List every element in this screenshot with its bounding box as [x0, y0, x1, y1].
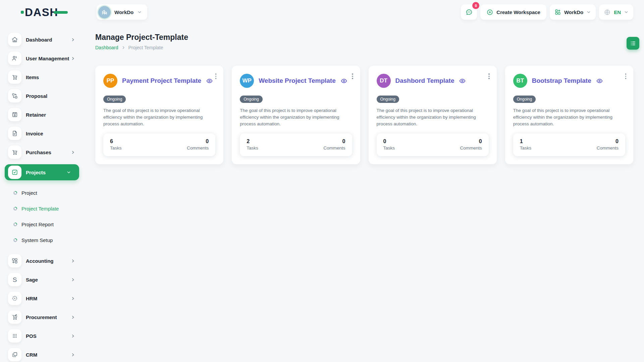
- main-content: Manage Project-Template Dashboard Projec…: [84, 24, 644, 362]
- sidebar-item-label: HRM: [26, 296, 37, 301]
- workspace-avatar: [98, 6, 111, 18]
- sage-icon: S: [13, 277, 17, 283]
- sidebar-item-sage[interactable]: S Sage: [8, 273, 80, 286]
- brand-logo[interactable]: DASH: [0, 7, 84, 18]
- chevron-right-icon: [71, 150, 75, 155]
- eye-icon[interactable]: [459, 77, 466, 84]
- card-header: BT Bootstrap Template: [513, 74, 625, 88]
- sidebar-item-hrm[interactable]: HRM: [8, 292, 80, 305]
- cart-icon: [11, 74, 18, 80]
- chevron-right-icon: [71, 315, 75, 319]
- project-template-card: BT Bootstrap Template Ongoing The goal o…: [505, 66, 633, 164]
- workspace-name: WorkDo: [114, 9, 133, 15]
- comments-stat: 0 Comments: [187, 138, 209, 150]
- building-icon: [101, 9, 108, 16]
- create-workspace-button[interactable]: Create Workspace: [480, 4, 546, 20]
- sidebar-item-label: Retainer: [26, 112, 46, 118]
- tasks-count: 1: [520, 138, 532, 144]
- sidebar-item-retainer[interactable]: Retainer: [8, 108, 80, 121]
- card-header: DT Dashbord Template: [377, 74, 489, 88]
- card-menu-button[interactable]: [351, 72, 354, 80]
- submenu-item-project[interactable]: Project: [13, 188, 80, 198]
- breadcrumb-dashboard-link[interactable]: Dashboard: [95, 45, 118, 50]
- card-description: The goal of this project is to improve o…: [240, 107, 352, 127]
- eye-icon[interactable]: [206, 77, 213, 84]
- sidebar-item-invoice[interactable]: Invoice: [8, 127, 80, 140]
- eye-icon[interactable]: [340, 77, 347, 84]
- card-stats: 1 Tasks 0 Comments: [513, 133, 625, 156]
- comments-count: 0: [187, 138, 209, 144]
- sidebar-item-label: Projects: [26, 170, 46, 175]
- sidebar-item-projects[interactable]: Projects: [5, 164, 79, 180]
- tasks-count: 0: [383, 138, 395, 144]
- sidebar-item-label: User Management: [26, 56, 69, 61]
- messages-button[interactable]: 0: [461, 4, 477, 20]
- submenu-item-label: System Setup: [21, 237, 53, 243]
- dash-logo: DASH: [21, 7, 68, 18]
- tasks-label: Tasks: [247, 145, 258, 150]
- breadcrumb: Dashboard Project Template: [95, 45, 633, 50]
- company-name: WorkDo: [564, 9, 583, 15]
- sidebar-item-purchases[interactable]: Purchases: [8, 145, 80, 159]
- avatar: WP: [240, 74, 254, 88]
- chevron-right-icon: [71, 38, 75, 42]
- card-menu-button[interactable]: [487, 72, 491, 80]
- procurement-icon: [11, 314, 18, 320]
- topbar: DASH WorkDo 0 Create Workspace: [0, 0, 644, 24]
- card-title-link[interactable]: Website Project Template: [259, 77, 335, 84]
- project-template-card: DT Dashbord Template Ongoing The goal of…: [369, 66, 497, 164]
- sidebar-item-procurement[interactable]: Procurement: [8, 310, 80, 324]
- card-stats: 2 Tasks 0 Comments: [240, 133, 352, 156]
- project-template-card: PP Payment Project Template Ongoing The …: [95, 66, 223, 164]
- create-workspace-label: Create Workspace: [496, 9, 540, 15]
- sidebar-item-proposal[interactable]: Proposal: [8, 89, 80, 103]
- eye-icon[interactable]: [596, 77, 603, 84]
- sidebar-item-pos[interactable]: POS: [8, 329, 80, 343]
- status-badge: Ongoing: [240, 96, 262, 103]
- chevron-down-icon: [66, 170, 71, 175]
- sidebar-item-accounting[interactable]: Accounting: [8, 254, 80, 267]
- tasks-stat: 2 Tasks: [247, 138, 258, 150]
- breadcrumb-current: Project Template: [128, 45, 163, 50]
- logo-dash: [54, 11, 68, 14]
- purchases-icon: [11, 149, 18, 156]
- logo-text: DASH: [25, 7, 58, 18]
- sidebar-item-user-management[interactable]: User Management: [8, 52, 80, 65]
- list-view-toggle-button[interactable]: [627, 37, 639, 50]
- tasks-count: 2: [247, 138, 258, 144]
- submenu-item-project-template[interactable]: Project Template: [13, 203, 80, 214]
- plus-circle-icon: [486, 9, 493, 16]
- language-selector[interactable]: EN: [599, 4, 633, 20]
- card-menu-button[interactable]: [624, 72, 628, 80]
- sidebar-item-label: Proposal: [26, 93, 47, 99]
- chat-bubble-icon: [465, 8, 473, 16]
- submenu-item-system-setup[interactable]: System Setup: [13, 235, 80, 245]
- chevron-right-icon: [71, 296, 75, 301]
- bullet-icon: [13, 191, 17, 195]
- avatar: PP: [103, 74, 117, 88]
- card-title-link[interactable]: Bootstrap Template: [532, 77, 591, 84]
- workspace-switcher[interactable]: WorkDo: [97, 4, 147, 20]
- card-header: PP Payment Project Template: [103, 74, 215, 88]
- card-title-link[interactable]: Payment Project Template: [122, 77, 201, 84]
- card-title-link[interactable]: Dashbord Template: [395, 77, 454, 84]
- company-menu-button[interactable]: WorkDo: [550, 4, 596, 20]
- topbar-actions: 0 Create Workspace WorkDo EN: [461, 4, 644, 20]
- bullet-icon: [13, 223, 17, 226]
- tasks-count: 6: [110, 138, 122, 144]
- submenu-item-project-report[interactable]: Project Report: [13, 219, 80, 229]
- tasks-stat: 6 Tasks: [110, 138, 122, 150]
- language-code: EN: [614, 9, 621, 15]
- sidebar-item-label: Accounting: [26, 258, 54, 264]
- submenu-item-label: Project Template: [21, 206, 59, 212]
- card-menu-button[interactable]: [214, 72, 218, 80]
- retainer-icon: [11, 111, 18, 118]
- sidebar-item-dashboard[interactable]: Dashboard: [8, 33, 80, 46]
- sidebar-item-crm[interactable]: CRM: [8, 348, 80, 361]
- card-description: The goal of this project is to improve o…: [377, 107, 489, 127]
- sidebar-item-label: Invoice: [26, 131, 43, 136]
- sidebar-item-items[interactable]: Items: [8, 70, 80, 84]
- template-cards-grid: PP Payment Project Template Ongoing The …: [95, 66, 633, 164]
- tasks-stat: 0 Tasks: [383, 138, 395, 150]
- comments-label: Comments: [460, 145, 482, 150]
